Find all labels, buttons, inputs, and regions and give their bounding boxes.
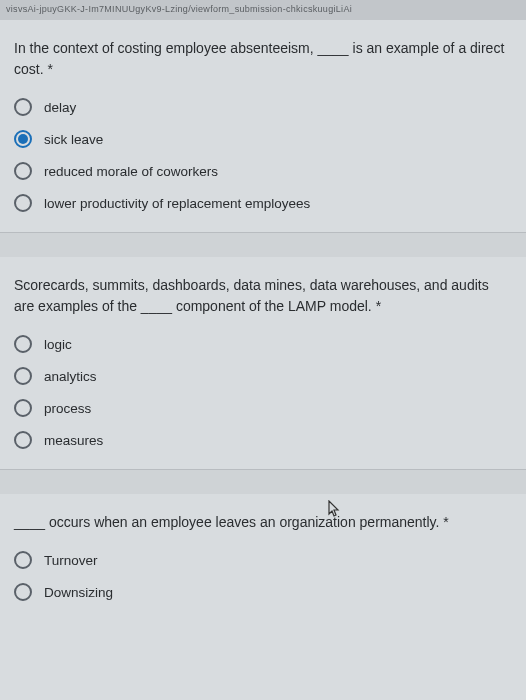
option-label: measures bbox=[44, 433, 103, 448]
question-text: ____ occurs when an employee leaves an o… bbox=[14, 512, 512, 533]
option-label: delay bbox=[44, 100, 76, 115]
question-block-2: Scorecards, summits, dashboards, data mi… bbox=[0, 257, 526, 470]
radio-icon[interactable] bbox=[14, 583, 32, 601]
option-label: Downsizing bbox=[44, 585, 113, 600]
option-delay[interactable]: delay bbox=[14, 98, 512, 116]
option-label: sick leave bbox=[44, 132, 103, 147]
question-block-1: In the context of costing employee absen… bbox=[0, 20, 526, 233]
radio-icon[interactable] bbox=[14, 130, 32, 148]
option-lower-productivity[interactable]: lower productivity of replacement employ… bbox=[14, 194, 512, 212]
radio-icon[interactable] bbox=[14, 162, 32, 180]
option-label: Turnover bbox=[44, 553, 98, 568]
option-turnover[interactable]: Turnover bbox=[14, 551, 512, 569]
radio-icon[interactable] bbox=[14, 367, 32, 385]
url-bar: visvsAi-jpuyGKK-J-Im7MINUUgyKv9-Lzing/vi… bbox=[0, 0, 526, 20]
option-label: lower productivity of replacement employ… bbox=[44, 196, 310, 211]
option-process[interactable]: process bbox=[14, 399, 512, 417]
option-logic[interactable]: logic bbox=[14, 335, 512, 353]
option-reduced-morale[interactable]: reduced morale of coworkers bbox=[14, 162, 512, 180]
option-label: process bbox=[44, 401, 91, 416]
radio-icon[interactable] bbox=[14, 431, 32, 449]
section-divider bbox=[0, 233, 526, 257]
form-content: In the context of costing employee absen… bbox=[0, 20, 526, 621]
radio-icon[interactable] bbox=[14, 98, 32, 116]
option-measures[interactable]: measures bbox=[14, 431, 512, 449]
options-group: logic analytics process measures bbox=[14, 335, 512, 449]
radio-icon[interactable] bbox=[14, 194, 32, 212]
question-text: Scorecards, summits, dashboards, data mi… bbox=[14, 275, 512, 317]
radio-icon[interactable] bbox=[14, 551, 32, 569]
options-group: delay sick leave reduced morale of cowor… bbox=[14, 98, 512, 212]
option-label: reduced morale of coworkers bbox=[44, 164, 218, 179]
radio-icon[interactable] bbox=[14, 399, 32, 417]
options-group: Turnover Downsizing bbox=[14, 551, 512, 601]
question-block-3: ____ occurs when an employee leaves an o… bbox=[0, 494, 526, 621]
question-text: In the context of costing employee absen… bbox=[14, 38, 512, 80]
option-downsizing[interactable]: Downsizing bbox=[14, 583, 512, 601]
section-divider bbox=[0, 470, 526, 494]
option-label: logic bbox=[44, 337, 72, 352]
radio-icon[interactable] bbox=[14, 335, 32, 353]
option-sick-leave[interactable]: sick leave bbox=[14, 130, 512, 148]
option-label: analytics bbox=[44, 369, 97, 384]
option-analytics[interactable]: analytics bbox=[14, 367, 512, 385]
